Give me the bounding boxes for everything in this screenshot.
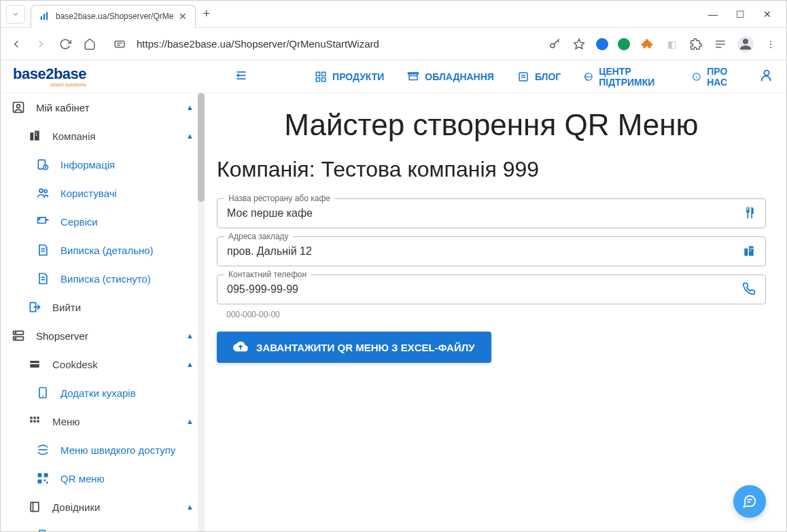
svg-rect-55 bbox=[30, 364, 39, 368]
sidebar-item-shopserver[interactable]: Shopserver ▲ bbox=[1, 321, 205, 350]
extensions-button[interactable] bbox=[688, 37, 703, 52]
new-tab-button[interactable]: + bbox=[203, 7, 210, 21]
document-icon bbox=[36, 243, 50, 257]
nav-equipment[interactable]: ОБЛАДНАННЯ bbox=[407, 71, 494, 83]
account-box-icon bbox=[12, 101, 25, 114]
sidebar-item-information[interactable]: Інформація bbox=[1, 150, 205, 179]
tab-list-dropdown[interactable] bbox=[6, 5, 25, 24]
cloud-upload-icon bbox=[233, 339, 248, 356]
nav-blog[interactable]: БЛОГ bbox=[517, 71, 561, 83]
logout-icon bbox=[28, 300, 41, 314]
reading-list-icon[interactable] bbox=[713, 37, 728, 52]
document-icon bbox=[36, 272, 50, 285]
browser-toolbar: https://base2base.ua/Shopserver/QrMenuSt… bbox=[1, 28, 786, 60]
services-icon bbox=[36, 215, 50, 228]
phone-field[interactable]: Контактний телефон bbox=[217, 274, 766, 304]
sidebar-item-statement-detail[interactable]: Виписка (детально) bbox=[1, 236, 205, 264]
phone-hint: 000-000-00-00 bbox=[226, 310, 766, 319]
svg-rect-3 bbox=[115, 41, 124, 47]
field-label: Адреса закладу bbox=[224, 232, 293, 241]
svg-rect-36 bbox=[36, 135, 37, 136]
nav-support[interactable]: ЦЕНТР ПІДТРИМКИ bbox=[584, 66, 669, 88]
svg-rect-75 bbox=[750, 247, 752, 249]
book-icon bbox=[28, 500, 41, 514]
address-field[interactable]: Адреса закладу bbox=[217, 236, 766, 266]
sidebar-item-users[interactable]: Користувачі bbox=[1, 179, 205, 207]
sidebar-item-qr-menu[interactable]: QR меню bbox=[1, 464, 205, 493]
upload-excel-button[interactable]: ЗАВАНТАЖИТИ QR МЕНЮ З EXCEL-ФАЙЛУ bbox=[217, 332, 491, 363]
extension-icon[interactable] bbox=[640, 37, 654, 52]
more-icon[interactable]: ⋮ bbox=[763, 37, 778, 52]
svg-point-40 bbox=[39, 189, 43, 192]
extension-icon[interactable] bbox=[596, 38, 608, 50]
field-label: Назва ресторану або кафе bbox=[224, 194, 334, 203]
svg-rect-58 bbox=[30, 416, 32, 419]
svg-point-41 bbox=[44, 190, 47, 192]
sidebar: Мій кабінет ▲ Компанія ▲ Інформація Кори… bbox=[1, 93, 205, 532]
sidebar-item-directories[interactable]: Довідники ▲ bbox=[1, 493, 205, 521]
sidebar-toggle-button[interactable] bbox=[234, 69, 248, 84]
back-button[interactable] bbox=[9, 37, 24, 52]
svg-rect-77 bbox=[750, 250, 752, 251]
app-header: base2base cloud solutions ПРОДУКТИ ОБЛАД… bbox=[1, 60, 786, 93]
chat-fab[interactable] bbox=[733, 485, 766, 518]
sidebar-item-logout[interactable]: Вийти bbox=[1, 293, 205, 321]
nav-products[interactable]: ПРОДУКТИ bbox=[315, 71, 384, 83]
minimize-button[interactable]: — bbox=[706, 9, 720, 20]
svg-rect-62 bbox=[33, 420, 35, 422]
sidebar-item-quick-menu[interactable]: Меню швидкого доступу bbox=[1, 436, 205, 464]
key-icon[interactable] bbox=[547, 37, 562, 52]
svg-rect-69 bbox=[46, 482, 48, 484]
site-info-icon[interactable] bbox=[112, 37, 127, 52]
chevron-up-icon: ▲ bbox=[186, 132, 194, 140]
address-bar[interactable]: https://base2base.ua/Shopserver/QrMenuSt… bbox=[137, 38, 379, 50]
close-window-button[interactable]: ✕ bbox=[760, 9, 774, 20]
sidebar-item-cook-apps[interactable]: Додатки кухарів bbox=[1, 378, 205, 407]
restaurant-name-field[interactable]: Назва ресторану або кафе bbox=[217, 198, 766, 228]
reload-button[interactable] bbox=[58, 37, 73, 52]
maximize-button[interactable]: ☐ bbox=[733, 9, 747, 20]
restaurant-name-input[interactable] bbox=[227, 207, 733, 219]
sidebar-item-services[interactable]: Сервіси bbox=[1, 207, 205, 236]
profile-avatar[interactable] bbox=[737, 36, 754, 52]
sidebar-item-menu[interactable]: Меню ▲ bbox=[1, 407, 205, 436]
scrollbar-thumb[interactable] bbox=[198, 93, 205, 202]
sidebar-item-company[interactable]: Компанія ▲ bbox=[1, 122, 205, 150]
svg-rect-61 bbox=[30, 420, 32, 422]
extension-icon[interactable] bbox=[618, 38, 630, 50]
sidebar-item-goods-dir[interactable]: Довідник товарів bbox=[1, 521, 205, 532]
server-icon bbox=[12, 329, 25, 342]
svg-rect-18 bbox=[316, 77, 319, 81]
svg-point-52 bbox=[15, 332, 16, 334]
sidebar-item-cabinet[interactable]: Мій кабінет ▲ bbox=[1, 93, 205, 122]
address-input[interactable] bbox=[227, 245, 733, 258]
home-button[interactable] bbox=[82, 37, 97, 52]
chevron-up-icon: ▲ bbox=[186, 360, 194, 368]
building-icon bbox=[742, 244, 756, 260]
svg-rect-17 bbox=[322, 72, 326, 75]
browser-tab[interactable]: base2base.ua/Shopserver/QrMe ✕ bbox=[31, 5, 196, 28]
extension-icon[interactable]: ◧ bbox=[664, 37, 679, 52]
account-icon[interactable] bbox=[759, 68, 774, 85]
logo[interactable]: base2base cloud solutions bbox=[13, 65, 86, 88]
sidebar-item-cookdesk[interactable]: Cookdesk ▲ bbox=[1, 350, 205, 378]
svg-rect-19 bbox=[322, 77, 326, 81]
forward-button[interactable] bbox=[33, 37, 48, 52]
qr-icon bbox=[36, 472, 50, 485]
burger-icon bbox=[36, 443, 50, 457]
bookmark-icon[interactable] bbox=[572, 37, 587, 52]
svg-rect-20 bbox=[409, 73, 417, 79]
svg-point-32 bbox=[17, 105, 20, 108]
svg-rect-33 bbox=[30, 132, 33, 141]
svg-point-43 bbox=[39, 219, 40, 220]
nav-about[interactable]: ПРО НАС bbox=[692, 66, 740, 88]
svg-rect-59 bbox=[33, 416, 35, 419]
svg-rect-63 bbox=[37, 420, 39, 422]
close-icon[interactable]: ✕ bbox=[179, 11, 187, 22]
tab-title: base2base.ua/Shopserver/QrMe bbox=[56, 12, 173, 21]
phone-input[interactable] bbox=[227, 283, 733, 296]
svg-rect-2 bbox=[46, 12, 48, 20]
chevron-up-icon: ▲ bbox=[186, 332, 194, 340]
sidebar-item-statement-short[interactable]: Виписка (стиснуто) bbox=[1, 264, 205, 293]
svg-rect-65 bbox=[38, 474, 42, 478]
